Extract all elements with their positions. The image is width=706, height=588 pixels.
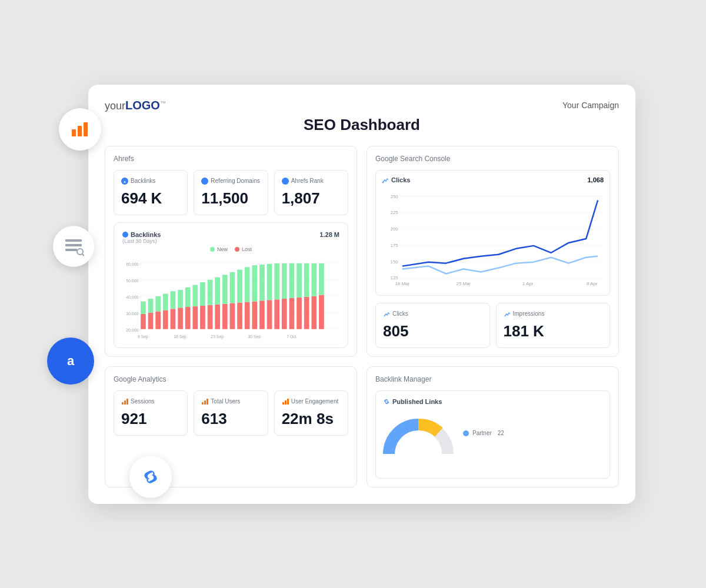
svg-rect-61 xyxy=(274,299,279,329)
legend-partner-label: Partner xyxy=(472,430,492,436)
svg-rect-98 xyxy=(124,400,126,405)
logo-prefix: your xyxy=(105,100,125,112)
logo-tm: ™ xyxy=(160,100,166,106)
svg-rect-2 xyxy=(84,122,88,136)
backlinks-label-text: Backlinks xyxy=(131,178,155,184)
svg-text:225: 225 xyxy=(391,210,399,215)
backlinks-chart-icon xyxy=(122,232,128,238)
gsc-line-chart-svg: 250 225 200 175 150 125 18 Mar 25 Mar 1 xyxy=(382,187,604,287)
ga-title: Google Analytics xyxy=(114,375,348,383)
svg-text:125: 125 xyxy=(391,275,399,280)
dashboard-header: yourLOGO™ Your Campaign xyxy=(105,99,619,112)
svg-rect-47 xyxy=(222,303,228,329)
sessions-value: 921 xyxy=(121,410,180,428)
impressions-icon xyxy=(504,310,511,318)
svg-rect-49 xyxy=(230,303,235,329)
total-users-value: 613 xyxy=(201,410,260,428)
svg-rect-58 xyxy=(259,264,265,300)
referring-domains-card: Referring Domains 11,500 xyxy=(194,170,268,215)
published-links-donut xyxy=(383,410,454,469)
impressions-stat-card: Impressions 181 K xyxy=(496,303,611,348)
published-links-label-group: Published Links xyxy=(383,398,454,405)
svg-rect-52 xyxy=(237,269,242,302)
referring-domains-label-text: Referring Domains xyxy=(211,178,259,184)
logo-area: yourLOGO™ xyxy=(105,99,166,112)
svg-rect-38 xyxy=(185,287,191,306)
svg-rect-29 xyxy=(155,311,161,329)
published-links-label: Published Links xyxy=(392,398,442,405)
user-engagement-label-text: User Engagement xyxy=(291,398,339,405)
backlinks-icon: a xyxy=(121,178,128,185)
legend-new-dot xyxy=(210,247,215,252)
svg-rect-42 xyxy=(200,282,205,306)
svg-rect-40 xyxy=(192,285,198,306)
backlink-manager-title: Backlink Manager xyxy=(375,375,610,383)
backlinks-label: a Backlinks xyxy=(121,178,180,185)
sessions-label: Sessions xyxy=(121,398,180,405)
logo-text: yourLOGO™ xyxy=(105,99,166,112)
sessions-label-text: Sessions xyxy=(131,398,155,405)
svg-rect-105 xyxy=(287,399,289,405)
bottom-row: Google Analytics Sessions 921 xyxy=(105,366,619,487)
clicks-stat-card: Clicks 805 xyxy=(375,303,490,348)
svg-rect-71 xyxy=(311,296,317,329)
logo-bold: LOGO xyxy=(125,99,160,112)
backlinks-card: a Backlinks 694 K xyxy=(114,170,188,215)
ahrefs-float-icon: a xyxy=(47,338,94,385)
bar-chart-icon xyxy=(69,119,91,140)
published-links-icon xyxy=(383,398,390,405)
total-users-card: Total Users 613 xyxy=(194,390,268,436)
svg-text:16 Sep: 16 Sep xyxy=(174,334,186,339)
svg-rect-46 xyxy=(215,277,220,304)
svg-rect-56 xyxy=(252,265,257,301)
gsc-line-chart-panel: Clicks 1,068 250 xyxy=(375,170,610,296)
svg-rect-36 xyxy=(178,290,183,308)
svg-text:18 Mar: 18 Mar xyxy=(395,281,409,286)
svg-rect-48 xyxy=(222,275,228,304)
svg-text:20,000: 20,000 xyxy=(126,328,138,332)
bar-chart-svg: 60,000 50,000 40,000 30,000 20,000 xyxy=(122,257,339,339)
backlinks-chart-title: Backlinks xyxy=(131,231,161,238)
impressions-value: 181 K xyxy=(504,322,603,340)
svg-rect-33 xyxy=(171,309,176,329)
user-engagement-card: User Engagement 22m 8s xyxy=(274,390,348,436)
svg-text:40,000: 40,000 xyxy=(126,295,138,299)
backlinks-value: 694 K xyxy=(121,189,180,208)
svg-text:30 Sep: 30 Sep xyxy=(248,334,261,339)
svg-line-7 xyxy=(82,254,84,256)
tools-float-icon xyxy=(53,226,94,267)
ahrefs-rank-icon xyxy=(282,178,289,185)
legend-lost-dot xyxy=(235,247,239,252)
gsc-clicks-icon xyxy=(382,176,389,183)
analytics-float-icon xyxy=(59,108,101,151)
chart-legend: New Lost xyxy=(122,246,339,252)
bar-chart-container: 60,000 50,000 40,000 30,000 20,000 xyxy=(122,257,339,339)
svg-rect-32 xyxy=(163,293,168,310)
clicks-stat-label-text: Clicks xyxy=(392,310,408,317)
svg-text:23 Sep: 23 Sep xyxy=(211,334,223,339)
legend-partner: Partner 22 xyxy=(463,430,504,436)
gsc-clicks-label-group: Clicks xyxy=(382,176,410,183)
legend-lost-text: Lost xyxy=(242,246,252,252)
gsc-title: Google Search Console xyxy=(375,155,610,163)
chain-link-icon xyxy=(140,466,161,487)
svg-point-80 xyxy=(382,181,384,183)
legend-lost: Lost xyxy=(235,246,252,252)
svg-rect-102 xyxy=(207,399,208,405)
svg-rect-68 xyxy=(297,263,302,297)
svg-rect-34 xyxy=(171,291,176,309)
svg-text:1 Apr: 1 Apr xyxy=(522,281,534,286)
gsc-clicks-chart-value: 1,068 xyxy=(587,176,604,183)
svg-rect-64 xyxy=(282,263,287,298)
total-users-label: Total Users xyxy=(201,398,260,405)
svg-rect-37 xyxy=(185,307,191,329)
svg-text:250: 250 xyxy=(391,193,399,199)
svg-rect-35 xyxy=(178,308,183,329)
svg-point-12 xyxy=(202,179,207,183)
svg-text:50,000: 50,000 xyxy=(126,278,138,283)
campaign-label: Your Campaign xyxy=(562,101,619,110)
svg-rect-0 xyxy=(72,129,76,136)
svg-rect-62 xyxy=(274,263,279,299)
svg-rect-41 xyxy=(200,305,205,329)
svg-point-13 xyxy=(283,179,288,183)
